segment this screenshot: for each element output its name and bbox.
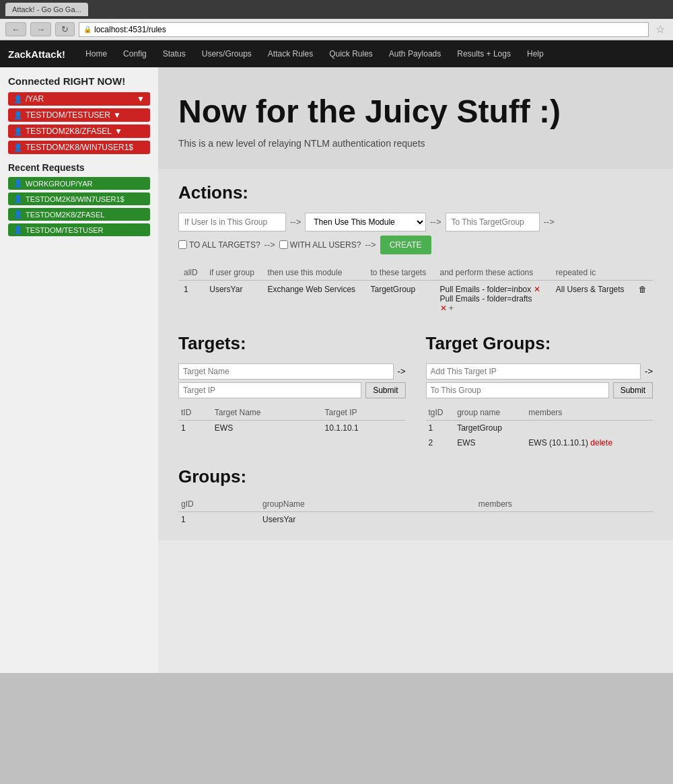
- recent-win7[interactable]: 👤 TESTDOM2K8/WIN7USER1$: [8, 192, 150, 205]
- remove-inbox-icon[interactable]: ✕: [534, 285, 540, 294]
- connected-user-win7[interactable]: 👤 TESTDOM2K8/WIN7USER1$: [8, 141, 150, 154]
- tg-members-1: [526, 420, 653, 435]
- nav-users-groups[interactable]: Users/Groups: [195, 46, 258, 61]
- browser-toolbar: ← → ↻ 🔒 localhost:4531/rules ☆: [0, 19, 673, 40]
- target-ip-input[interactable]: [178, 382, 361, 398]
- targets-submit-button[interactable]: Submit: [365, 382, 405, 398]
- arrow-5: -->: [365, 240, 376, 250]
- address-bar[interactable]: 🔒 localhost:4531/rules: [79, 22, 649, 37]
- col-allid: allD: [178, 265, 204, 281]
- recent-label-2: TESTDOM2K8/WIN7USER1$: [26, 195, 125, 203]
- tg-ip-input[interactable]: [426, 363, 641, 380]
- arrow-2: -->: [430, 217, 441, 227]
- tg-members-2: EWS (10.1.10.1) delete: [526, 435, 653, 450]
- target-groups-col: Target Groups: -> Submit: [426, 333, 653, 450]
- nav-home[interactable]: Home: [79, 46, 114, 61]
- group-input[interactable]: [178, 213, 286, 231]
- row-user-group: UsersYar: [204, 280, 262, 317]
- back-button[interactable]: ←: [5, 22, 26, 36]
- main-layout: Connected RIGHT NOW! 👤 /YAR ▼ 👤 TESTDOM/…: [0, 67, 673, 673]
- tg-id-2: 2: [426, 435, 455, 450]
- remove-drafts-icon[interactable]: ✕: [440, 304, 447, 313]
- tg-form-row-2: Submit: [426, 382, 653, 398]
- connected-user-yar[interactable]: 👤 /YAR ▼: [8, 92, 150, 106]
- user-icon: 👤: [13, 95, 23, 104]
- nav-help[interactable]: Help: [520, 46, 551, 61]
- target-groups-header: Target Groups:: [426, 333, 653, 354]
- col-user-group: if user group: [204, 265, 262, 281]
- actions-form: --> Then Use This Module --> --> TO ALL …: [178, 213, 653, 254]
- forward-button[interactable]: →: [30, 22, 51, 36]
- row-actions: Pull Emails - folder=inbox ✕ Pull Emails…: [435, 280, 551, 317]
- connected-user-zfasel[interactable]: 👤 TESTDOM2K8/ZFASEL ▼: [8, 124, 150, 138]
- target-id: 1: [178, 420, 212, 435]
- actions-row-1: --> Then Use This Module --> -->: [178, 213, 653, 231]
- groups-table: gID groupName members 1 UsersYar: [178, 497, 653, 527]
- favicon-icon: 🔒: [83, 26, 92, 33]
- nav-quick-rules[interactable]: Quick Rules: [322, 46, 380, 61]
- reload-button[interactable]: ↻: [55, 22, 75, 36]
- hero-section: Now for the Juicy Stuff :) This is a new…: [158, 67, 673, 169]
- browser-tab[interactable]: Attack! - Go Go Ga...: [5, 3, 88, 16]
- nav-status[interactable]: Status: [156, 46, 192, 61]
- target-groups-table: tgID group name members 1 TargetGroup: [426, 405, 653, 450]
- user-icon-2: 👤: [13, 111, 23, 120]
- group-name-1: UsersYar: [260, 511, 476, 527]
- create-button[interactable]: CREATE: [380, 236, 431, 254]
- recent-testuser[interactable]: 👤 TESTDOM/TESTUSER: [8, 223, 150, 236]
- main-content: Actions: --> Then Use This Module --> --…: [158, 169, 673, 540]
- dropdown-arrow-zfasel: ▼: [114, 127, 122, 136]
- all-users-checkbox[interactable]: [279, 240, 288, 249]
- hero-subtitle: This is a new level of relaying NTLM aut…: [178, 138, 653, 149]
- recent-label-4: TESTDOM/TESTUSER: [26, 226, 104, 234]
- target-name-input[interactable]: [178, 363, 394, 380]
- bookmark-star-icon[interactable]: ☆: [653, 23, 668, 36]
- tg-form-row-1: ->: [426, 363, 653, 380]
- row-delete-icon[interactable]: 🗑: [633, 280, 653, 317]
- table-row: 1 TargetGroup: [426, 420, 653, 435]
- recent-workgroup[interactable]: 👤 WORKGROUP/YAR: [8, 177, 150, 190]
- all-targets-checkbox[interactable]: [178, 240, 187, 249]
- tg-group-input[interactable]: [426, 382, 609, 398]
- user-icon-3: 👤: [13, 127, 23, 136]
- table-row: 1 UsersYar Exchange Web Services TargetG…: [178, 280, 653, 317]
- user-label-2: TESTDOM/TESTUSER: [26, 110, 110, 120]
- nav-auth-payloads[interactable]: Auth Payloads: [382, 46, 448, 61]
- nav-config[interactable]: Config: [116, 46, 153, 61]
- user-icon-r2: 👤: [13, 194, 23, 203]
- all-targets-checkbox-label[interactable]: TO ALL TARGETS?: [178, 240, 260, 250]
- target-name: EWS: [212, 420, 322, 435]
- recent-label-1: WORKGROUP/YAR: [26, 180, 92, 188]
- user-icon-4: 👤: [13, 143, 23, 152]
- row-repeated: All Users & Targets: [551, 280, 633, 317]
- sidebar: Connected RIGHT NOW! 👤 /YAR ▼ 👤 TESTDOM/…: [0, 67, 158, 673]
- nav-attack-rules[interactable]: Attack Rules: [261, 46, 320, 61]
- all-users-checkbox-label[interactable]: WITH ALL USERS?: [279, 240, 361, 250]
- targets-table: tID Target Name Target IP 1 EWS 10.1.10.…: [178, 405, 406, 435]
- add-action-icon[interactable]: +: [449, 304, 454, 313]
- groups-section: Groups: gID groupName members 1 UsersYar: [178, 466, 653, 527]
- tg-id-1: 1: [426, 420, 455, 435]
- dropdown-arrow-testuser: ▼: [113, 110, 121, 120]
- groups-header: Groups:: [178, 466, 653, 487]
- tg-submit-button[interactable]: Submit: [613, 382, 653, 398]
- actions-row-2: TO ALL TARGETS? --> WITH ALL USERS? --> …: [178, 236, 653, 254]
- connected-title: Connected RIGHT NOW!: [8, 75, 150, 87]
- app-navbar: ZackAttack! Home Config Status Users/Gro…: [0, 40, 673, 67]
- row-module: Exchange Web Services: [262, 280, 365, 317]
- col-actions: and perform these actions: [435, 265, 551, 281]
- targets-form-row-1: ->: [178, 363, 406, 380]
- targets-header: Targets:: [178, 333, 406, 354]
- connected-user-testuser[interactable]: 👤 TESTDOM/TESTUSER ▼: [8, 108, 150, 122]
- module-select[interactable]: Then Use This Module: [305, 213, 426, 231]
- col-repeated: repeated ic: [551, 265, 633, 281]
- nav-results-logs[interactable]: Results + Logs: [450, 46, 518, 61]
- delete-ews-link[interactable]: delete: [590, 438, 612, 448]
- recent-zfasel[interactable]: 👤 TESTDOM2K8/ZFASEL: [8, 208, 150, 221]
- hero-title: Now for the Juicy Stuff :): [178, 94, 653, 130]
- arrow-1: -->: [290, 217, 301, 227]
- group-id-1: 1: [178, 511, 260, 527]
- target-group-input[interactable]: [446, 213, 540, 231]
- col-module: then use this module: [262, 265, 365, 281]
- group-members-1: [476, 511, 653, 527]
